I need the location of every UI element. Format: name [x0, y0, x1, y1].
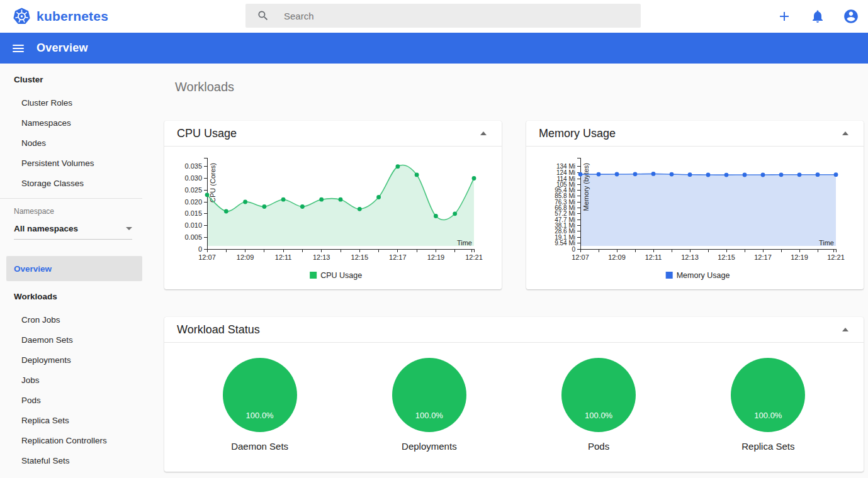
x-tick-label: 12:19: [427, 253, 445, 261]
data-point: [651, 172, 656, 176]
data-point: [319, 197, 324, 202]
pie-value: 100.0%: [561, 411, 636, 420]
sidebar-item-cluster-roles[interactable]: Cluster Roles: [0, 92, 142, 113]
page-title: Overview: [37, 42, 88, 55]
sidebar-item-persistent-volumes[interactable]: Persistent Volumes: [0, 153, 142, 173]
sidebar-item-jobs[interactable]: Jobs: [0, 370, 142, 390]
account-circle-icon: [843, 8, 859, 25]
cpu-card-title: CPU Usage: [177, 127, 237, 140]
sidebar-item-daemon-sets[interactable]: Daemon Sets: [0, 330, 142, 350]
brand[interactable]: kubernetes: [13, 7, 108, 26]
menu-icon[interactable]: [13, 45, 24, 52]
data-point: [670, 172, 674, 177]
data-point: [376, 195, 381, 199]
sidebar-item-nodes[interactable]: Nodes: [0, 133, 142, 153]
data-point: [578, 172, 583, 177]
data-point: [743, 173, 747, 177]
x-tick-label: 12:13: [313, 253, 330, 261]
pie-chart[interactable]: 100.0%: [731, 358, 805, 432]
data-point: [834, 172, 838, 177]
x-tick-label: 12:11: [275, 253, 292, 261]
x-tick-label: 12:11: [645, 253, 662, 261]
workload-status-header: Workload Status: [164, 317, 864, 343]
x-tick-label: 12:07: [198, 253, 216, 261]
y-tick-label: 124 Mi: [556, 169, 575, 176]
data-point: [434, 214, 438, 218]
pie-chart[interactable]: 100.0%: [223, 358, 297, 432]
data-point: [816, 172, 820, 177]
sidebar-item-pods[interactable]: Pods: [0, 390, 142, 410]
y-axis-label: CPU (Cores): [209, 163, 217, 203]
data-point: [262, 204, 267, 209]
search-input[interactable]: [283, 10, 610, 22]
x-tick-label: 12:13: [681, 253, 699, 261]
y-tick-label: 0.010: [184, 221, 202, 229]
pie-label: Daemon Sets: [231, 441, 288, 452]
data-point: [472, 176, 476, 181]
sidebar-section-cluster: Cluster: [0, 69, 142, 89]
data-point: [243, 200, 247, 204]
pie-daemon-sets: 100.0%Daemon Sets: [175, 358, 344, 452]
y-tick-label: 95.4 Mi: [555, 187, 575, 194]
collapse-icon[interactable]: [840, 129, 851, 138]
sidebar-item-cron-jobs[interactable]: Cron Jobs: [0, 309, 142, 330]
pie-chart[interactable]: 100.0%: [392, 358, 466, 432]
namespace-select[interactable]: All namespaces: [14, 218, 132, 240]
top-actions: [776, 8, 859, 25]
y-tick-label: 0.025: [184, 186, 202, 194]
pie-pods: 100.0%Pods: [514, 358, 684, 452]
data-point: [798, 172, 802, 177]
pie-deployments: 100.0%Deployments: [344, 358, 514, 452]
notifications-button[interactable]: [809, 8, 826, 25]
search-bar[interactable]: [245, 4, 641, 28]
y-tick-label: 0.035: [184, 162, 202, 170]
y-tick-label: 0: [198, 245, 202, 253]
chevron-down-icon: [126, 227, 132, 230]
pie-label: Pods: [588, 441, 609, 452]
app-bar: Overview: [0, 33, 868, 64]
sidebar-item-stateful-sets[interactable]: Stateful Sets: [0, 450, 142, 470]
sidebar-section-workloads: Workloads: [0, 286, 142, 306]
sidebar-item-overview[interactable]: Overview: [6, 256, 142, 281]
memory-card-title: Memory Usage: [539, 127, 616, 140]
data-point: [396, 164, 400, 169]
pie-label: Replica Sets: [741, 441, 794, 452]
account-button[interactable]: [843, 8, 859, 25]
namespace-label: Namespace: [0, 204, 142, 218]
plus-icon: [777, 9, 792, 24]
create-button[interactable]: [776, 8, 792, 25]
data-point: [358, 207, 362, 211]
workloads-item-list: Cron JobsDaemon SetsDeploymentsJobsPodsR…: [0, 309, 142, 470]
sidebar-item-deployments[interactable]: Deployments: [0, 350, 142, 370]
data-point: [706, 173, 711, 177]
data-point: [224, 209, 228, 214]
top-header: kubernetes: [0, 0, 868, 33]
data-point: [724, 173, 729, 177]
data-point: [615, 172, 619, 177]
sidebar-item-replica-sets[interactable]: Replica Sets: [0, 410, 142, 430]
y-tick-label: 9.54 Mi: [555, 240, 575, 247]
legend-swatch: [310, 272, 317, 279]
x-tick-label: 12:21: [827, 253, 845, 261]
sidebar-divider: [0, 198, 142, 199]
workload-status-pies: 100.0%Daemon Sets100.0%Deployments100.0%…: [164, 358, 864, 452]
data-point: [339, 197, 343, 202]
x-axis-label: Time: [457, 239, 472, 247]
collapse-icon[interactable]: [478, 129, 489, 138]
data-point: [281, 197, 286, 202]
sidebar-item-namespaces[interactable]: Namespaces: [0, 113, 142, 133]
x-tick-label: 12:17: [389, 253, 407, 261]
data-point: [415, 173, 419, 177]
sidebar: Cluster Cluster RolesNamespacesNodesPers…: [0, 64, 142, 478]
brand-name: kubernetes: [37, 9, 108, 24]
collapse-icon[interactable]: [840, 325, 851, 334]
sidebar-item-storage-classes[interactable]: Storage Classes: [0, 173, 142, 193]
pie-value: 100.0%: [392, 411, 466, 420]
sidebar-item-replication-controllers[interactable]: Replication Controllers: [0, 430, 142, 450]
x-tick-label: 12:17: [754, 253, 772, 261]
content-heading: Workloads: [175, 80, 234, 94]
x-axis-label: Time: [819, 239, 834, 247]
y-tick-label: 134 Mi: [556, 163, 575, 170]
cpu-card-header: CPU Usage: [164, 121, 502, 147]
pie-chart[interactable]: 100.0%: [561, 358, 636, 432]
